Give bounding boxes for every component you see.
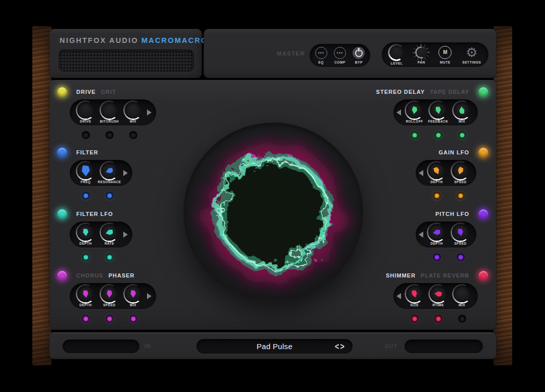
knob-pill: FREQ RESONANCE bbox=[70, 160, 132, 186]
comp-button[interactable]: ••• COMP bbox=[334, 47, 346, 64]
resonance-knob[interactable] bbox=[101, 162, 118, 179]
depth-knob[interactable] bbox=[428, 162, 445, 179]
rate-knob[interactable] bbox=[101, 224, 118, 241]
module-enable-led[interactable] bbox=[479, 209, 488, 218]
expand-arrow-icon[interactable] bbox=[397, 109, 401, 116]
tab-phaser[interactable]: PHASER bbox=[109, 271, 135, 280]
knob-led[interactable] bbox=[433, 253, 441, 261]
expand-arrow-icon[interactable] bbox=[419, 170, 423, 176]
speed-knob[interactable] bbox=[452, 162, 469, 179]
mix-knob[interactable] bbox=[454, 286, 470, 302]
rtime-knob[interactable] bbox=[430, 286, 447, 302]
knob-ring bbox=[123, 100, 143, 120]
expand-arrow-icon[interactable] bbox=[123, 232, 128, 238]
module-title-group: PITCH LFO bbox=[435, 209, 469, 218]
settings-button[interactable]: ⚙ SETTINGS bbox=[462, 46, 481, 64]
level-knob[interactable]: LEVEL bbox=[389, 45, 404, 65]
knob-led[interactable] bbox=[82, 192, 90, 200]
knob-led[interactable] bbox=[82, 131, 90, 139]
eq-button[interactable]: ••• EQ bbox=[315, 47, 327, 64]
tab-shimmer[interactable]: SHIMMER bbox=[386, 271, 416, 280]
tab-tape-delay[interactable]: TAPE DELAY bbox=[430, 87, 469, 96]
visualizer-plate bbox=[183, 123, 363, 302]
output-meter bbox=[405, 340, 483, 353]
knob-led[interactable] bbox=[82, 315, 90, 323]
knob-led[interactable] bbox=[458, 131, 466, 139]
input-label: IN bbox=[144, 332, 151, 360]
module-enable-led[interactable] bbox=[479, 87, 488, 96]
knob-led[interactable] bbox=[129, 315, 137, 323]
expand-arrow-icon[interactable] bbox=[147, 293, 152, 299]
bitcrush-knob[interactable] bbox=[101, 102, 118, 119]
knob-pill: DEPTH SPEED bbox=[416, 221, 476, 248]
knob-led[interactable] bbox=[434, 315, 442, 323]
knob-led[interactable] bbox=[106, 315, 114, 323]
module-enable-led[interactable] bbox=[479, 271, 488, 280]
pan-knob[interactable]: PAN bbox=[415, 46, 428, 64]
drive-knob[interactable] bbox=[77, 102, 94, 119]
tab-stereo-delay[interactable]: STEREO DELAY bbox=[376, 87, 425, 96]
mix-knob[interactable] bbox=[125, 286, 141, 302]
module-enable-led[interactable] bbox=[58, 209, 67, 218]
knob-led-row bbox=[416, 253, 472, 261]
expand-arrow-icon[interactable] bbox=[147, 109, 152, 116]
expand-arrow-icon[interactable] bbox=[419, 232, 423, 238]
depth-knob[interactable] bbox=[428, 224, 445, 241]
main-panel: DRIVE GRIT DRIVE BITCRUSH MIX FILTER bbox=[49, 80, 497, 330]
module-title-group: SHIMMER PLATE REVERB bbox=[386, 271, 469, 280]
knob-led[interactable] bbox=[82, 253, 90, 261]
knob-led-row bbox=[70, 192, 121, 200]
tab-drive[interactable]: DRIVE bbox=[76, 87, 96, 96]
knob-led[interactable] bbox=[457, 253, 465, 261]
speed-knob[interactable] bbox=[101, 286, 118, 302]
module-enable-led[interactable] bbox=[58, 148, 67, 157]
module-stereo-delay: STEREO DELAY TAPE DELAY ROLLOFF FEEDBACK… bbox=[373, 85, 499, 141]
knob-ring bbox=[415, 46, 427, 59]
preset-next-button[interactable]: > bbox=[340, 342, 344, 352]
feedback-knob[interactable] bbox=[430, 102, 447, 119]
tab-filter[interactable]: FILTER bbox=[76, 148, 98, 157]
knob-led[interactable] bbox=[411, 315, 419, 323]
tab-filter-lfo[interactable]: FILTER LFO bbox=[76, 209, 113, 218]
depth-knob[interactable] bbox=[77, 224, 94, 241]
knob-led[interactable] bbox=[129, 131, 137, 139]
knob-led[interactable] bbox=[106, 253, 114, 261]
knob-led[interactable] bbox=[411, 131, 419, 139]
knob-led[interactable] bbox=[433, 192, 441, 200]
knob-led[interactable] bbox=[457, 192, 465, 200]
expand-arrow-icon[interactable] bbox=[123, 170, 128, 176]
tab-grit[interactable]: GRIT bbox=[101, 87, 116, 96]
mix-knob[interactable] bbox=[125, 102, 141, 119]
knob-pill: DEPTH SPEED bbox=[416, 160, 476, 186]
module-pitch-lfo: PITCH LFO DEPTH SPEED bbox=[373, 207, 499, 263]
power-icon bbox=[355, 49, 363, 57]
bypass-button[interactable]: BYP bbox=[353, 47, 365, 64]
mix-knob[interactable] bbox=[454, 102, 470, 119]
tab-plate-reverb[interactable]: PLATE REVERB bbox=[421, 271, 469, 280]
module-chorus-phaser: CHORUS PHASER DEPTH SPEED MIX bbox=[58, 268, 184, 325]
speed-knob[interactable] bbox=[452, 224, 469, 241]
knob-led[interactable] bbox=[434, 131, 442, 139]
expand-arrow-icon[interactable] bbox=[397, 293, 401, 299]
depth-knob[interactable] bbox=[77, 286, 94, 302]
knob-led[interactable] bbox=[106, 131, 114, 139]
preset-display[interactable]: Pad Pulse < > bbox=[196, 339, 353, 354]
knob-led[interactable] bbox=[458, 315, 466, 323]
preset-prev-button[interactable]: < bbox=[335, 342, 339, 352]
module-enable-led[interactable] bbox=[58, 87, 67, 96]
module-enable-led[interactable] bbox=[479, 148, 488, 157]
knob-ring bbox=[388, 44, 405, 61]
mute-button[interactable]: M MUTE bbox=[438, 46, 452, 64]
rolloff-knob[interactable] bbox=[406, 102, 423, 119]
input-meter bbox=[63, 340, 139, 353]
module-filter: FILTER FREQ RESONANCE bbox=[58, 145, 184, 202]
brand-logo: NIGHTFOX AUDIOMACROMACRO bbox=[60, 36, 208, 44]
tab-pitch-lfo[interactable]: PITCH LFO bbox=[435, 209, 469, 218]
module-enable-led[interactable] bbox=[58, 271, 67, 280]
freq-knob[interactable] bbox=[77, 162, 94, 179]
tab-chorus[interactable]: CHORUS bbox=[76, 271, 104, 280]
tab-gain-lfo[interactable]: GAIN LFO bbox=[438, 148, 469, 157]
knob-ring bbox=[100, 100, 119, 120]
knob-led[interactable] bbox=[106, 192, 114, 200]
size-knob[interactable] bbox=[406, 286, 423, 302]
